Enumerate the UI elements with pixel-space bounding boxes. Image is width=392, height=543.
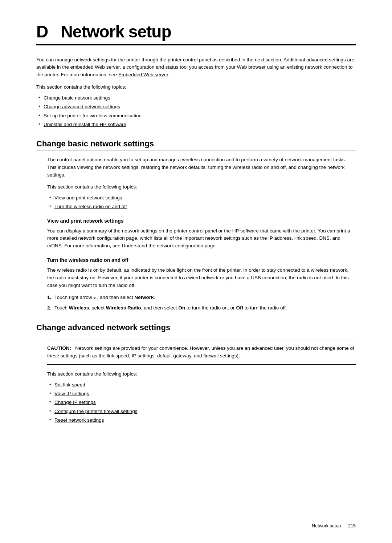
basic-intro-text: The control-panel options enable you to …: [47, 156, 356, 179]
section-advanced-content: CAUTION: Network settings are provided f…: [36, 340, 356, 424]
toc-link-firewall[interactable]: Configure the printer's firewall setting…: [54, 409, 137, 414]
toc-link-wireless[interactable]: Set up the printer for wireless communic…: [44, 113, 142, 118]
footer-label: Network setup: [312, 523, 341, 528]
step-1: 1. Touch right arrow ≡ , and then select…: [54, 294, 356, 301]
network-config-link[interactable]: Understand the network configuration pag…: [122, 243, 216, 248]
section-basic-content: The control-panel options enable you to …: [36, 156, 356, 312]
section-change-advanced: Change advanced network settings CAUTION…: [36, 323, 356, 424]
list-item: Uninstall and reinstall the HP software: [44, 121, 356, 128]
caution-label: CAUTION:: [47, 345, 71, 351]
page: D Network setup You can manage network s…: [0, 0, 392, 543]
list-item: Change IP settings: [54, 399, 356, 406]
view-print-body: You can display a summary of the network…: [47, 227, 356, 250]
footer-page-number: 215: [348, 523, 356, 528]
list-item: View IP settings: [54, 390, 356, 397]
subsection-heading-turn-wireless: Turn the wireless radio on and off: [47, 257, 356, 263]
embedded-web-server-link[interactable]: Embedded Web server: [118, 72, 168, 77]
toc-link-reset[interactable]: Reset network settings: [54, 417, 104, 423]
step-2: 2. Touch Wireless, select Wireless Radio…: [54, 304, 356, 312]
intro-paragraph: You can manage network settings for the …: [36, 56, 356, 78]
list-item: Change advanced network settings: [44, 103, 356, 110]
turn-wireless-body: The wireless radio is on by default, as …: [47, 267, 356, 289]
subsection-view-print: View and print network settings You can …: [47, 218, 356, 250]
section-heading-basic: Change basic network settings: [36, 139, 356, 150]
caution-box: CAUTION: Network settings are provided f…: [47, 340, 356, 365]
steps-list: 1. Touch right arrow ≡ , and then select…: [47, 294, 356, 312]
list-item: Reset network settings: [54, 417, 356, 424]
list-item: Set up the printer for wireless communic…: [44, 112, 356, 119]
chapter-letter: D: [36, 22, 48, 41]
subsection-turn-wireless: Turn the wireless radio on and off The w…: [47, 257, 356, 312]
advanced-toc-intro: This section contains the following topi…: [47, 370, 356, 378]
toc-link-uninstall[interactable]: Uninstall and reinstall the HP software: [44, 122, 126, 127]
page-footer: Network setup 215: [312, 523, 356, 528]
toc-link-turn-wireless[interactable]: Turn the wireless radio on and off: [54, 204, 127, 209]
section-change-basic: Change basic network settings The contro…: [36, 139, 356, 312]
list-item: Turn the wireless radio on and off: [54, 203, 356, 210]
menu-icon: ≡: [93, 295, 95, 300]
basic-toc-intro: This section contains the following topi…: [47, 183, 356, 191]
caution-text: Network settings are provided for your c…: [47, 345, 354, 358]
list-item: View and print network settings: [54, 194, 356, 202]
toc-link-view-print[interactable]: View and print network settings: [54, 195, 122, 200]
list-item: Change basic network settings: [44, 94, 356, 102]
subsection-heading-view-print: View and print network settings: [47, 218, 356, 224]
toc-intro: This section contains the following topi…: [36, 84, 356, 91]
section-heading-advanced: Change advanced network settings: [36, 323, 356, 334]
list-item: Configure the printer's firewall setting…: [54, 408, 356, 415]
main-toc-list: Change basic network settings Change adv…: [36, 94, 356, 128]
toc-link-view-ip[interactable]: View IP settings: [54, 391, 89, 396]
chapter-title: D Network setup: [36, 22, 171, 41]
advanced-toc-list: Set link speed View IP settings Change I…: [47, 381, 356, 424]
list-item: Set link speed: [54, 381, 356, 389]
toc-link-basic[interactable]: Change basic network settings: [44, 95, 110, 101]
toc-link-set-link-speed[interactable]: Set link speed: [54, 382, 85, 388]
chapter-header: D Network setup: [36, 22, 356, 45]
basic-toc-list: View and print network settings Turn the…: [47, 194, 356, 211]
toc-link-change-ip[interactable]: Change IP settings: [54, 400, 96, 405]
chapter-name: Network setup: [61, 22, 171, 41]
toc-link-advanced[interactable]: Change advanced network settings: [44, 104, 120, 109]
